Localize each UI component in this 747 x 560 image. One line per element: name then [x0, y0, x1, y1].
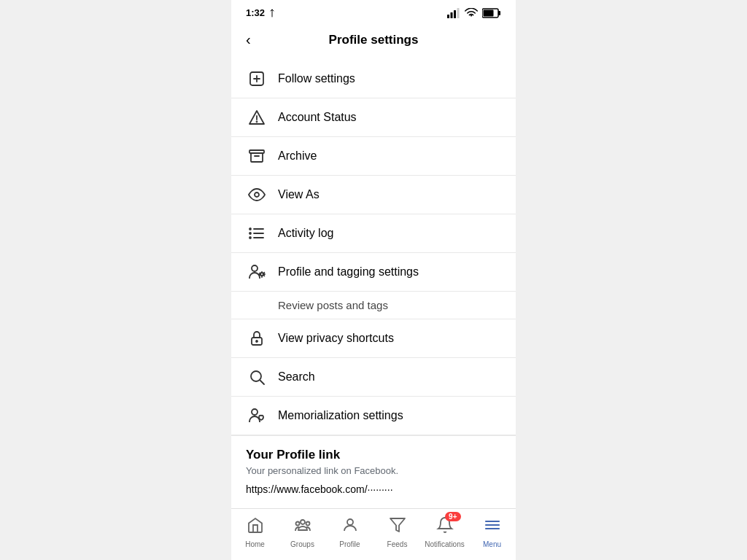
- profile-link-subtitle: Your personalized link on Facebook.: [246, 465, 501, 476]
- svg-point-25: [301, 520, 305, 524]
- memorialization-item[interactable]: Memorialization settings: [231, 397, 516, 435]
- svg-point-9: [257, 122, 258, 122]
- profile-tagging-item[interactable]: Profile and tagging settings: [231, 253, 516, 292]
- svg-point-26: [295, 522, 299, 526]
- follow-icon: [246, 70, 268, 88]
- nav-menu-label: Menu: [483, 540, 501, 548]
- time-display: 1:32: [246, 7, 276, 18]
- signal-icon: [447, 8, 460, 18]
- svg-rect-0: [447, 15, 449, 18]
- nav-profile[interactable]: Profile: [326, 513, 374, 551]
- time-text: 1:32: [246, 7, 265, 18]
- settings-content: Follow settings Account Status: [231, 60, 516, 560]
- view-as-label: View As: [278, 188, 320, 201]
- svg-rect-2: [454, 10, 456, 18]
- page-title: Profile settings: [329, 33, 419, 47]
- location-icon: [268, 9, 276, 18]
- nav-notifications-label: Notifications: [425, 540, 464, 548]
- menu-icon: [484, 516, 501, 538]
- archive-item[interactable]: Archive: [231, 137, 516, 176]
- home-icon: [247, 516, 264, 538]
- svg-point-15: [249, 228, 251, 230]
- back-button[interactable]: ‹: [243, 28, 254, 51]
- nav-home-label: Home: [245, 540, 265, 548]
- bottom-nav: Home Groups Profile: [231, 508, 516, 560]
- battery-icon: [482, 8, 501, 18]
- view-as-item[interactable]: View As: [231, 176, 516, 214]
- status-icons: [447, 8, 501, 18]
- profile-url: https://www.facebook.com/·········: [246, 483, 501, 495]
- search-icon: [246, 368, 268, 386]
- svg-rect-5: [498, 11, 500, 15]
- lock-icon: [246, 330, 268, 347]
- svg-point-24: [252, 409, 258, 415]
- person-gear-icon: [246, 263, 268, 281]
- svg-point-27: [306, 522, 309, 526]
- activity-log-item[interactable]: Activity log: [231, 214, 516, 253]
- activity-log-label: Activity log: [278, 227, 333, 240]
- groups-icon: [294, 516, 311, 538]
- search-label: Search: [278, 370, 315, 384]
- follow-settings-label: Follow settings: [278, 72, 355, 85]
- review-posts-label: Review posts and tags: [278, 299, 501, 311]
- svg-point-16: [249, 233, 251, 234]
- profile-icon: [341, 516, 359, 538]
- profile-tagging-label: Profile and tagging settings: [278, 265, 419, 279]
- feeds-icon: [389, 516, 406, 538]
- svg-rect-3: [457, 8, 460, 18]
- nav-notifications[interactable]: 9+ Notifications: [421, 513, 468, 551]
- nav-groups[interactable]: Groups: [279, 513, 326, 551]
- warning-icon: [246, 109, 268, 126]
- nav-menu[interactable]: Menu: [468, 513, 516, 551]
- phone-frame: 1:32: [231, 0, 516, 560]
- page-header: ‹ Profile settings: [231, 23, 516, 60]
- profile-link-section: Your Profile link Your personalized link…: [231, 435, 516, 508]
- svg-point-11: [255, 192, 259, 197]
- search-item[interactable]: Search: [231, 358, 516, 397]
- nav-groups-label: Groups: [290, 540, 314, 548]
- notification-badge: 9+: [445, 512, 460, 521]
- svg-point-21: [256, 341, 258, 342]
- nav-home[interactable]: Home: [231, 513, 279, 551]
- profile-link-title: Your Profile link: [246, 448, 501, 462]
- person-heart-icon: [246, 407, 268, 424]
- eye-icon: [246, 186, 268, 203]
- svg-point-18: [252, 265, 258, 271]
- svg-rect-1: [451, 12, 453, 18]
- archive-label: Archive: [278, 149, 317, 163]
- review-posts-item[interactable]: Review posts and tags: [231, 292, 516, 319]
- svg-rect-6: [484, 9, 494, 16]
- follow-settings-item[interactable]: Follow settings: [231, 60, 516, 98]
- list-icon: [246, 225, 268, 242]
- privacy-shortcuts-label: View privacy shortcuts: [278, 332, 394, 345]
- account-status-item[interactable]: Account Status: [231, 98, 516, 137]
- nav-profile-label: Profile: [339, 540, 360, 548]
- account-status-label: Account Status: [278, 111, 357, 124]
- archive-icon: [246, 147, 268, 165]
- privacy-shortcuts-item[interactable]: View privacy shortcuts: [231, 319, 516, 358]
- svg-point-17: [249, 237, 251, 238]
- svg-line-23: [260, 381, 265, 385]
- svg-point-28: [347, 519, 353, 525]
- memorialization-label: Memorialization settings: [278, 409, 403, 422]
- status-bar: 1:32: [231, 0, 516, 23]
- nav-feeds-label: Feeds: [387, 540, 408, 548]
- bell-icon: 9+: [436, 516, 454, 538]
- wifi-icon: [465, 8, 478, 18]
- svg-rect-10: [249, 150, 264, 153]
- nav-feeds[interactable]: Feeds: [374, 513, 421, 551]
